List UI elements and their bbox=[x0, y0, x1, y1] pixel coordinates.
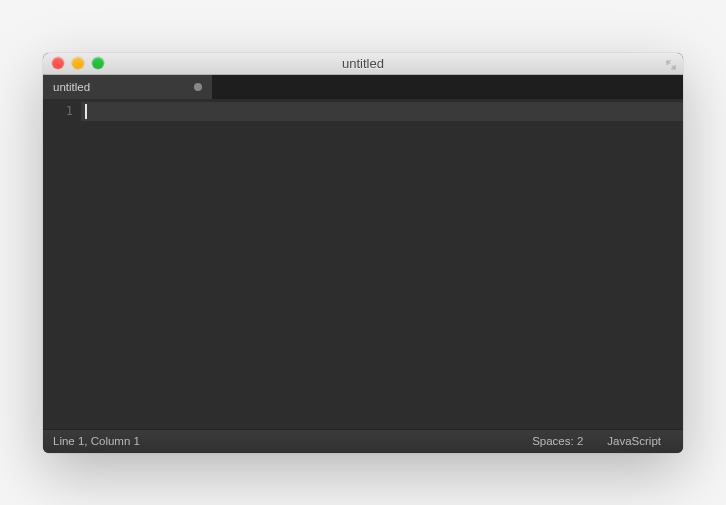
code-area[interactable] bbox=[81, 99, 683, 429]
tab-untitled[interactable]: untitled bbox=[43, 75, 213, 99]
fullscreen-icon[interactable] bbox=[665, 57, 677, 69]
gutter: 1 bbox=[43, 99, 81, 429]
active-line-highlight bbox=[81, 102, 683, 121]
title-bar[interactable]: untitled bbox=[43, 53, 683, 75]
traffic-lights bbox=[43, 57, 104, 69]
tab-bar: untitled bbox=[43, 75, 683, 99]
text-cursor bbox=[85, 104, 87, 119]
close-button[interactable] bbox=[52, 57, 64, 69]
line-number: 1 bbox=[43, 102, 73, 121]
tab-label: untitled bbox=[53, 81, 90, 93]
dirty-indicator-icon bbox=[194, 83, 202, 91]
maximize-button[interactable] bbox=[92, 57, 104, 69]
editor-window: untitled untitled 1 Line 1, Column 1 Spa… bbox=[43, 53, 683, 453]
syntax-selector[interactable]: JavaScript bbox=[595, 435, 673, 447]
status-bar: Line 1, Column 1 Spaces: 2 JavaScript bbox=[43, 429, 683, 453]
indentation-selector[interactable]: Spaces: 2 bbox=[520, 435, 595, 447]
minimize-button[interactable] bbox=[72, 57, 84, 69]
editor-area: 1 bbox=[43, 99, 683, 429]
window-title: untitled bbox=[342, 56, 384, 71]
cursor-position[interactable]: Line 1, Column 1 bbox=[53, 435, 140, 447]
